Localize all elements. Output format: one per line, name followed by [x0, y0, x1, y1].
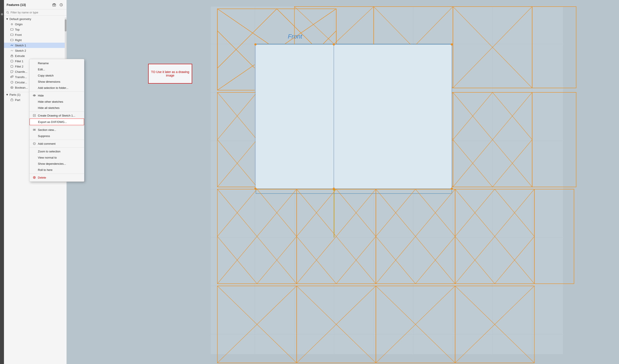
- svg-point-111: [451, 43, 453, 45]
- menu-item-hide-all-sketches[interactable]: Hide all sketches: [29, 105, 84, 111]
- fillet-icon-1: [10, 59, 14, 63]
- item-label-extrude: Extrude: [15, 54, 25, 58]
- svg-rect-107: [255, 44, 334, 189]
- annotation-text: TO Use it later as a drawing image: [150, 70, 190, 77]
- tree-item-front[interactable]: Front: [4, 32, 67, 37]
- menu-item-show-dimensions[interactable]: Show dimensions: [29, 79, 84, 85]
- svg-text:Front: Front: [288, 33, 303, 40]
- tree-item-extrude[interactable]: Extrude: [4, 53, 67, 58]
- item-label-transform: Transfo...: [15, 75, 27, 79]
- tree-item-origin[interactable]: ⊙ Origin: [4, 22, 67, 27]
- eye-icon: [33, 94, 36, 97]
- item-label-sketch2: Sketch 2: [15, 49, 26, 52]
- menu-item-delete[interactable]: Delete: [29, 175, 84, 181]
- menu-item-hide[interactable]: Hide: [29, 92, 84, 98]
- roll-icon: [33, 168, 36, 172]
- svg-rect-11: [11, 76, 12, 78]
- menu-item-copy-sketch[interactable]: Copy sketch: [29, 72, 84, 79]
- sidebar-icons: [52, 2, 64, 7]
- menu-label-view-normal: View normal to: [38, 156, 57, 159]
- tree-item-sketch2[interactable]: Sketch 2: [4, 48, 67, 53]
- cad-drawing: Front: [67, 0, 619, 364]
- scrollbar-thumb[interactable]: [65, 19, 67, 31]
- menu-label-roll-here: Roll to here: [38, 168, 52, 172]
- menu-item-edit[interactable]: Edit...: [29, 66, 84, 72]
- svg-rect-8: [11, 60, 13, 62]
- item-label-chamfer: Chamfe...: [15, 70, 27, 73]
- menu-label-zoom-selection: Zoom to selection: [38, 150, 60, 153]
- chevron-down-icon-parts: ▼: [6, 93, 9, 96]
- svg-point-2: [7, 12, 8, 13]
- comment-icon: [33, 142, 36, 145]
- tree-item-sketch1[interactable]: Sketch 1: [4, 43, 67, 48]
- menu-item-hide-other-sketches[interactable]: Hide other sketches: [29, 98, 84, 105]
- dimensions-icon: [33, 80, 36, 83]
- hide-all-icon: [33, 106, 36, 109]
- menu-item-view-normal[interactable]: View normal to: [29, 154, 84, 161]
- search-icon: [6, 11, 9, 14]
- search-input[interactable]: [11, 11, 64, 14]
- plane-icon-top: [10, 28, 14, 31]
- history-icon[interactable]: [58, 2, 64, 7]
- menu-separator-4: [29, 140, 84, 140]
- menu-label-export-dxf: Export as DXF/DWG...: [38, 120, 67, 124]
- item-label-top: Top: [15, 28, 20, 31]
- item-label-right: Right: [15, 39, 22, 42]
- suppress-icon: [33, 134, 36, 138]
- svg-rect-5: [11, 39, 13, 41]
- svg-marker-10: [11, 71, 13, 73]
- menu-label-delete: Delete: [38, 176, 46, 179]
- item-label-sketch1: Sketch 1: [15, 44, 26, 47]
- menu-separator-5: [29, 147, 84, 148]
- part-icon: [10, 98, 14, 102]
- menu-item-roll-here[interactable]: Roll to here: [29, 167, 84, 173]
- menu-item-suppress[interactable]: Suppress: [29, 133, 84, 139]
- svg-rect-108: [334, 44, 452, 189]
- zoom-icon: [33, 149, 36, 153]
- svg-rect-12: [12, 76, 13, 77]
- menu-item-zoom-selection[interactable]: Zoom to selection: [29, 148, 84, 154]
- fillet-icon-2: [10, 65, 14, 68]
- menu-label-hide-all-sketches: Hide all sketches: [38, 106, 59, 109]
- sketch-icon-1: [10, 43, 14, 47]
- menu-label-suppress: Suppress: [38, 135, 50, 138]
- tree-item-top[interactable]: Top: [4, 27, 67, 32]
- menu-label-create-drawing: Create Drawing of Sketch 1...: [38, 114, 75, 117]
- circular-icon: [10, 81, 14, 84]
- tool-dot: [1, 13, 3, 15]
- menu-item-create-drawing[interactable]: Create Drawing of Sketch 1...: [29, 112, 84, 119]
- section-label: Default geometry: [10, 17, 31, 21]
- item-label-circular: Circular...: [15, 81, 27, 84]
- menu-item-add-comment[interactable]: Add comment: [29, 141, 84, 147]
- item-label-fillet1: Fillet 1: [15, 60, 23, 63]
- menu-label-edit: Edit...: [38, 68, 45, 71]
- boolean-icon: [10, 86, 14, 89]
- svg-rect-20: [35, 129, 35, 130]
- menu-item-section-view[interactable]: Section view...: [29, 127, 84, 133]
- section-default-geometry[interactable]: ▼ Default geometry: [4, 16, 67, 22]
- menu-label-rename: Rename: [38, 62, 49, 65]
- rename-icon: [33, 61, 36, 65]
- add-folder-icon[interactable]: [52, 2, 57, 7]
- item-label-front: Front: [15, 33, 22, 37]
- svg-point-110: [333, 43, 335, 45]
- svg-point-113: [333, 188, 335, 190]
- menu-separator-1: [29, 92, 84, 92]
- section-view-icon: [33, 128, 36, 132]
- sidebar: Features (13): [4, 0, 67, 364]
- menu-item-rename[interactable]: Rename: [29, 60, 84, 66]
- tree-item-right[interactable]: Right: [4, 37, 67, 43]
- view-normal-icon: [33, 156, 36, 159]
- chevron-down-icon: ▼: [6, 17, 9, 21]
- menu-label-show-dimensions: Show dimensions: [38, 80, 60, 83]
- viewport: Front TO Use it later as a drawing image: [67, 0, 619, 364]
- dependencies-icon: [33, 162, 36, 165]
- item-label-fillet2: Fillet 2: [15, 65, 23, 68]
- menu-item-show-dependencies[interactable]: Show dependencies...: [29, 161, 84, 167]
- menu-item-add-to-folder[interactable]: Add selection to folder...: [29, 85, 84, 91]
- menu-label-add-comment: Add comment: [38, 142, 56, 145]
- origin-icon: ⊙: [10, 22, 14, 26]
- copy-icon: [33, 74, 36, 77]
- menu-item-export-dxf[interactable]: Export as DXF/DWG...: [29, 119, 84, 125]
- svg-rect-3: [11, 28, 13, 30]
